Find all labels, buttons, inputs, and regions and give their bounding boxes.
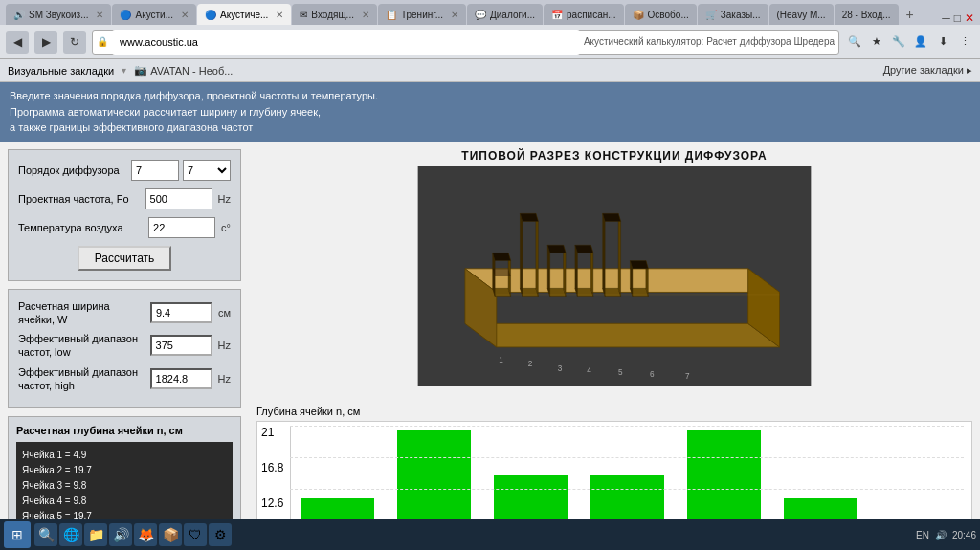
bar-5 — [678, 426, 770, 520]
diffuser-view: ТИПОВОЙ РАЗРЕЗ КОНСТРУКЦИИ ДИФФУЗОРА — [256, 149, 972, 398]
search-icon[interactable]: 🔍 — [845, 33, 864, 52]
minimize-button[interactable]: ─ — [942, 11, 950, 25]
depth-title: Расчетная глубина ячейки n, см — [16, 425, 233, 436]
tab-training-label: Тренинг... — [401, 10, 443, 20]
diffuser-svg: 1 2 3 4 5 6 7 — [256, 166, 972, 386]
tab-heavy-label: (Heavy M... — [777, 10, 826, 20]
tab-sm2[interactable]: 🔵 Акусти... ✕ — [112, 4, 196, 25]
tab-free[interactable]: 📦 Освобо... — [625, 4, 697, 25]
temp-input[interactable] — [148, 217, 215, 238]
svg-marker-1 — [465, 323, 780, 347]
left-panel: Порядок диффузора 7 11 13 Проектная част… — [0, 142, 249, 520]
tab-gmail-favicon: ✉ — [300, 10, 307, 20]
tab-sm-label: SM Звукоиз... — [29, 10, 88, 20]
download-icon[interactable]: ⬇ — [933, 33, 952, 52]
tab-28[interactable]: 28 - Вход... — [835, 4, 899, 25]
taskbar-app-3[interactable]: 📁 — [84, 523, 107, 546]
taskbar-app-7[interactable]: 🛡 — [184, 523, 207, 546]
svg-marker-13 — [520, 213, 538, 221]
svg-marker-29 — [630, 260, 648, 268]
lock-icon: 🔒 — [97, 36, 108, 47]
taskbar: ⊞ 🔍 🌐 📁 🔊 🦊 📦 🛡 ⚙ EN 🔊 20:46 — [0, 519, 980, 550]
tab-gmail-close[interactable]: ✕ — [362, 10, 369, 20]
tab-gmail-label: Входящ... — [311, 10, 354, 20]
page-title-bar: Акустический калькулятор: Расчет диффузо… — [584, 36, 835, 47]
maximize-button[interactable]: □ — [954, 11, 961, 25]
tab-training[interactable]: 📋 Тренинг... ✕ — [378, 4, 466, 25]
tab-sm[interactable]: 🔊 SM Звукоиз... ✕ — [6, 4, 111, 25]
order-select[interactable]: 7 11 13 — [183, 160, 231, 181]
browser-frame: 🔊 SM Звукоиз... ✕ 🔵 Акусти... ✕ 🔵 Акусти… — [0, 0, 980, 550]
taskbar-apps: 🔍 🌐 📁 🔊 🦊 📦 🛡 ⚙ — [34, 523, 232, 546]
tab-schedule[interactable]: 📅 расписан... — [544, 4, 624, 25]
svg-marker-19 — [575, 245, 577, 296]
freq-low-unit: Hz — [218, 340, 231, 351]
tab-label2: Акусти... — [135, 10, 173, 20]
tab-sm-close[interactable]: ✕ — [96, 10, 103, 20]
list-item: Ячейка 4 = 9.8 — [22, 494, 227, 509]
forward-button[interactable]: ▶ — [34, 31, 57, 54]
bar-3 — [484, 426, 577, 520]
taskbar-app-5[interactable]: 🦊 — [134, 523, 157, 546]
bookmark-icon[interactable]: ★ — [867, 33, 886, 52]
bar-1-fill — [301, 498, 375, 519]
temp-row: Температура воздуха с° — [18, 217, 231, 238]
bookmarks-label: Визуальные закладки — [8, 65, 114, 77]
tab-training-close[interactable]: ✕ — [451, 10, 458, 20]
tab-dialogi-favicon: 💬 — [475, 10, 486, 20]
tab-schedule-favicon: 📅 — [551, 10, 563, 20]
extensions-icon[interactable]: 🔧 — [889, 33, 908, 52]
diffuser-canvas: 1 2 3 4 5 6 7 — [256, 166, 972, 398]
y-label-3: 12.6 — [261, 496, 283, 510]
other-bookmarks[interactable]: Другие закладки ▸ — [883, 64, 972, 77]
results-section: Расчетная ширина ячейки, W 9.4 см Эффект… — [8, 289, 241, 409]
taskbar-volume-icon[interactable]: 🔊 — [935, 530, 947, 540]
list-item: Ячейка 5 = 19.7 — [22, 509, 227, 519]
taskbar-app-6[interactable]: 📦 — [159, 523, 182, 546]
tab-gmail[interactable]: ✉ Входящ... ✕ — [292, 4, 377, 25]
toolbar-icons: 🔍 ★ 🔧 👤 ⬇ ⋮ — [845, 33, 974, 52]
order-row: Порядок диффузора 7 11 13 — [18, 160, 231, 181]
header-text: Введите значения порядка диффузора, прое… — [10, 88, 970, 136]
tab-sm-favicon: 🔊 — [13, 10, 25, 20]
tab-heavy[interactable]: (Heavy M... — [769, 4, 834, 25]
depth-section: Расчетная глубина ячейки n, см Ячейка 1 … — [8, 416, 241, 519]
chart-section: Глубина ячейки n, см 21 16.8 12.6 — [256, 406, 972, 520]
taskbar-app-1[interactable]: 🔍 — [34, 523, 57, 546]
tab-acoustic[interactable]: 🔵 Акустиче... ✕ — [197, 4, 291, 25]
calc-button[interactable]: Рассчитать — [78, 246, 172, 271]
freq-label: Проектная частота, Fo — [18, 193, 142, 205]
bookmark-avatan[interactable]: 📷 AVATAN - Необ... — [134, 64, 233, 77]
tab-favicon2: 🔵 — [120, 10, 131, 20]
freq-high-row: Эффективный диапазон частот, high 1824.8… — [18, 365, 231, 393]
chart-y-labels: 21 16.8 12.6 — [261, 426, 283, 510]
tab-acoustic-close[interactable]: ✕ — [276, 10, 283, 20]
svg-text:4: 4 — [587, 366, 591, 375]
back-button[interactable]: ◀ — [6, 31, 29, 54]
order-input[interactable] — [131, 160, 179, 181]
freq-input[interactable] — [145, 188, 212, 209]
y-label-2: 16.8 — [261, 461, 283, 474]
profile-icon[interactable]: 👤 — [911, 33, 930, 52]
new-tab-button[interactable]: + — [900, 4, 921, 25]
tab-dialogi[interactable]: 💬 Диалоги... — [467, 4, 543, 25]
start-button[interactable]: ⊞ — [4, 521, 31, 548]
bar-3-fill — [494, 475, 568, 519]
bookmarks-dropdown[interactable]: ▾ — [122, 65, 126, 76]
windows-icon: ⊞ — [11, 527, 23, 542]
taskbar-app-2[interactable]: 🌐 — [59, 523, 82, 546]
address-input[interactable] — [112, 30, 580, 55]
svg-marker-22 — [603, 288, 621, 296]
menu-icon[interactable]: ⋮ — [955, 33, 974, 52]
temp-label: Температура воздуха — [18, 222, 145, 233]
freq-low-label: Эффективный диапазон частот, low — [18, 332, 146, 360]
bar-4 — [581, 426, 674, 520]
close-button[interactable]: ✕ — [965, 11, 974, 25]
taskbar-app-4[interactable]: 🔊 — [109, 523, 132, 546]
list-item: Ячейка 1 = 4.9 — [22, 448, 227, 463]
bar-7 — [871, 426, 964, 520]
tab-close2[interactable]: ✕ — [181, 10, 189, 20]
reload-button[interactable]: ↻ — [63, 31, 86, 54]
taskbar-app-8[interactable]: ⚙ — [209, 523, 232, 546]
tab-orders[interactable]: 🛒 Заказы... — [698, 4, 768, 25]
